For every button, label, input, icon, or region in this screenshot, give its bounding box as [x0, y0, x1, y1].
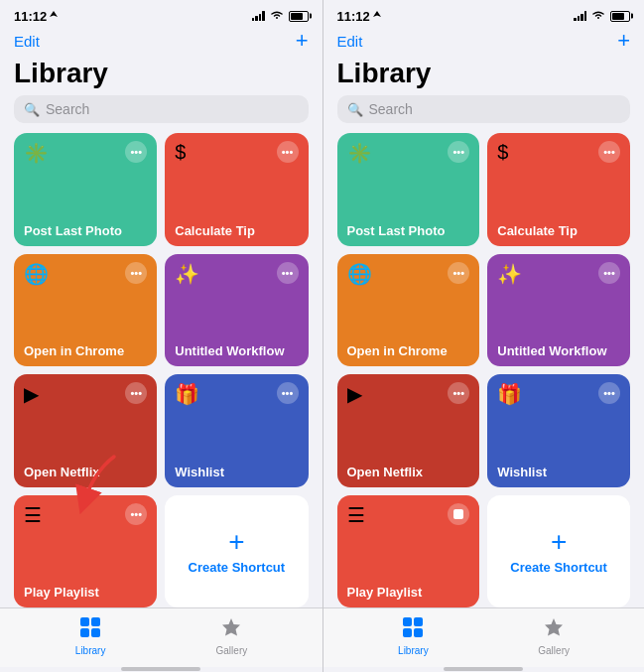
add-button-left[interactable]: + [296, 30, 309, 52]
tab-library-left[interactable]: Library [20, 616, 161, 656]
tile-icon-calculate-tip-left: $ [175, 141, 186, 164]
tile-more-post-last-photo-left[interactable]: ••• [125, 141, 147, 163]
tile-more-netflix-left[interactable]: ••• [125, 382, 147, 404]
wifi-icon-left [270, 10, 284, 22]
tile-name-calculate-tip-left: Calculate Tip [175, 223, 298, 238]
tile-more-workflow-left[interactable]: ••• [277, 262, 299, 284]
tab-library-label-left: Library [75, 645, 106, 656]
status-time-left: 11:12 [14, 9, 58, 24]
tile-more-chrome-right[interactable]: ••• [448, 262, 469, 284]
stop-square-icon-right [453, 509, 463, 519]
tile-untitled-workflow-right[interactable]: ✨ ••• Untitled Workflow [487, 254, 630, 367]
edit-button-left[interactable]: Edit [14, 33, 40, 50]
tab-library-right[interactable]: Library [343, 616, 484, 656]
tile-more-chrome-left[interactable]: ••• [125, 262, 147, 284]
svg-rect-3 [91, 628, 100, 637]
tile-more-netflix-right[interactable]: ••• [448, 382, 469, 404]
tile-more-post-last-photo-right[interactable]: ••• [448, 141, 469, 163]
tile-icon-chrome-left: 🌐 [24, 262, 49, 286]
shortcuts-grid-right: ✳️ ••• Post Last Photo $ ••• Calculate T… [323, 133, 645, 607]
shortcuts-grid-left: ✳️ ••• Post Last Photo $ ••• Calculate T… [0, 133, 322, 607]
tile-calculate-tip-right[interactable]: $ ••• Calculate Tip [487, 133, 630, 246]
add-button-right[interactable]: + [617, 30, 630, 52]
tile-more-wishlist-right[interactable]: ••• [598, 382, 620, 404]
signal-icon-right [574, 11, 586, 21]
tile-name-netflix-right: Open Netflix [347, 465, 470, 479]
nav-bar-right: Edit + [323, 28, 645, 56]
tab-bar-right: Library Gallery [323, 607, 645, 667]
tab-gallery-label-left: Gallery [216, 645, 248, 656]
nav-bar-left: Edit + [0, 28, 322, 56]
tile-more-calculate-tip-right[interactable]: ••• [598, 141, 620, 163]
page-title-left: Library [0, 56, 322, 95]
tile-wishlist-right[interactable]: 🎁 ••• Wishlist [487, 374, 630, 487]
tile-icon-calculate-tip-right: $ [497, 141, 508, 164]
signal-icon-left [252, 11, 265, 21]
tile-name-chrome-right: Open in Chrome [347, 343, 470, 358]
tile-more-wishlist-left[interactable]: ••• [277, 382, 299, 404]
tile-more-calculate-tip-left[interactable]: ••• [277, 141, 299, 163]
tile-icon-chrome-right: 🌐 [347, 262, 372, 286]
tab-gallery-right[interactable]: Gallery [483, 616, 624, 656]
tile-post-last-photo-left[interactable]: ✳️ ••• Post Last Photo [14, 133, 157, 246]
gallery-tab-icon-right [543, 616, 565, 643]
create-plus-icon-right: + [551, 528, 567, 556]
create-plus-icon-left: + [228, 528, 244, 556]
location-icon-left [50, 11, 58, 21]
tile-open-chrome-right[interactable]: 🌐 ••• Open in Chrome [337, 254, 480, 367]
status-bar-left: 11:12 [0, 0, 322, 28]
left-panel: 11:12 Edit + Library 🔍 Search [0, 0, 322, 672]
tile-create-shortcut-right[interactable]: + Create Shortcut [487, 495, 630, 608]
tile-icon-workflow-left: ✨ [175, 262, 199, 286]
tile-wishlist-left[interactable]: 🎁 ••• Wishlist [165, 374, 308, 487]
tile-icon-post-last-photo-left: ✳️ [24, 141, 49, 165]
tile-name-post-last-photo-left: Post Last Photo [24, 223, 147, 238]
home-indicator-left [0, 667, 322, 672]
tile-name-workflow-left: Untitled Workflow [175, 343, 298, 358]
tile-name-playlist-left: Play Playlist [24, 585, 147, 600]
search-bar-left[interactable]: 🔍 Search [14, 95, 309, 123]
tile-icon-playlist-left: ☰ [24, 503, 42, 527]
tile-name-post-last-photo-right: Post Last Photo [347, 223, 470, 238]
tile-name-wishlist-right: Wishlist [497, 465, 620, 479]
arrow-annotation-left [55, 442, 134, 525]
tab-library-label-right: Library [398, 645, 429, 656]
tab-gallery-label-right: Gallery [538, 645, 570, 656]
battery-icon-right [610, 11, 630, 22]
tile-create-shortcut-left[interactable]: + Create Shortcut [165, 495, 308, 608]
tile-calculate-tip-left[interactable]: $ ••• Calculate Tip [165, 133, 308, 246]
battery-icon-left [289, 11, 309, 22]
tile-icon-wishlist-left: 🎁 [175, 382, 199, 406]
search-icon-right: 🔍 [347, 102, 363, 117]
gallery-tab-icon-left [220, 616, 242, 643]
tile-more-workflow-right[interactable]: ••• [598, 262, 620, 284]
stop-button-right[interactable] [448, 503, 469, 525]
tile-open-chrome-left[interactable]: 🌐 ••• Open in Chrome [14, 254, 157, 367]
tile-name-wishlist-left: Wishlist [175, 465, 298, 479]
search-bar-right[interactable]: 🔍 Search [337, 95, 631, 123]
status-time-right: 11:12 [337, 9, 381, 24]
tile-post-last-photo-right[interactable]: ✳️ ••• Post Last Photo [337, 133, 480, 246]
status-icons-right [574, 10, 630, 22]
tile-name-workflow-right: Untitled Workflow [497, 343, 620, 358]
tile-untitled-workflow-left[interactable]: ✨ ••• Untitled Workflow [165, 254, 308, 367]
svg-rect-0 [80, 617, 89, 626]
tile-create-label-right: Create Shortcut [510, 560, 607, 575]
svg-rect-6 [403, 628, 412, 637]
tile-name-playlist-right: Play Playlist [347, 585, 470, 600]
tile-icon-wishlist-right: 🎁 [497, 382, 522, 406]
tab-gallery-left[interactable]: Gallery [161, 616, 302, 656]
status-bar-right: 11:12 [323, 0, 645, 28]
home-indicator-right [323, 667, 645, 672]
tile-icon-playlist-right: ☰ [347, 503, 365, 527]
library-tab-icon-left [79, 616, 101, 643]
wifi-icon-right [591, 10, 605, 22]
tile-open-netflix-right[interactable]: ▶ ••• Open Netflix [337, 374, 480, 487]
edit-button-right[interactable]: Edit [337, 33, 363, 50]
tile-icon-netflix-left: ▶ [24, 382, 39, 406]
tile-icon-workflow-right: ✨ [497, 262, 522, 286]
tile-play-playlist-right[interactable]: ☰ Play Playlist [337, 495, 480, 608]
location-icon-right [373, 11, 381, 21]
status-icons-left [252, 10, 309, 22]
svg-rect-2 [80, 628, 89, 637]
